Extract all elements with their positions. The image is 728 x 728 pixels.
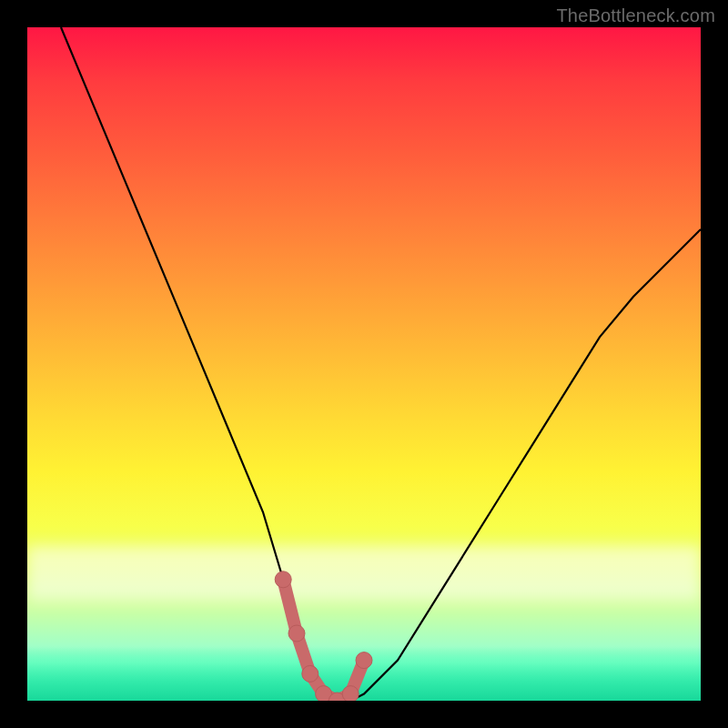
attribution-label: TheBottleneck.com <box>556 5 715 26</box>
trough-marker <box>275 571 291 588</box>
curve-layer <box>27 27 701 701</box>
bottleneck-curve <box>61 27 701 701</box>
trough-marker <box>356 652 372 669</box>
trough-marker <box>302 665 318 682</box>
trough-markers <box>275 571 372 701</box>
trough-marker <box>288 625 305 642</box>
plot-area <box>27 27 701 701</box>
trough-marker <box>342 686 359 701</box>
chart-frame: TheBottleneck.com <box>0 0 728 728</box>
